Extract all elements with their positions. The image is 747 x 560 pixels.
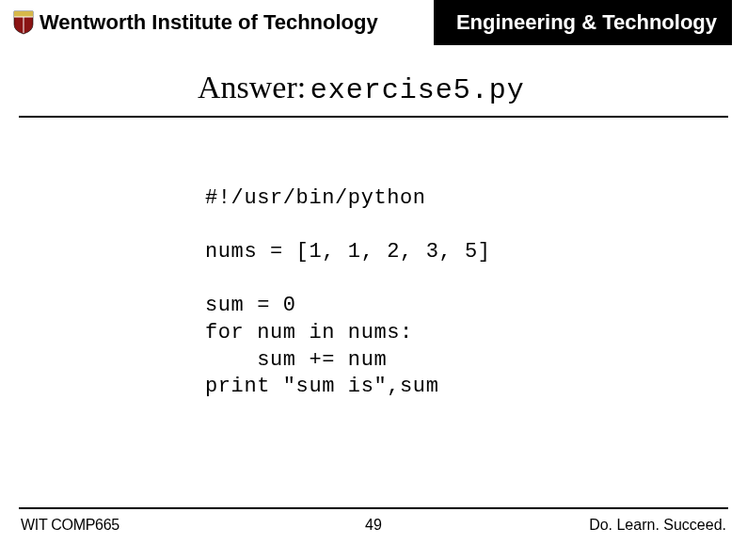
tagline: Do. Learn. Succeed. [589, 517, 726, 534]
shield-icon [13, 10, 34, 35]
institution-name: Wentworth Institute of Technology [40, 10, 378, 35]
code-listing: #!/usr/bin/python nums = [1, 1, 2, 3, 5]… [0, 185, 747, 401]
course-code: WIT COMP665 [21, 517, 119, 534]
slide-title: Answer: exercise5.py [0, 70, 747, 106]
page-number: 49 [365, 517, 382, 534]
title-divider [19, 116, 728, 118]
institution-logo-wrap: Wentworth Institute of Technology [13, 10, 378, 35]
footer-divider [19, 507, 728, 509]
footer-row: WIT COMP665 49 Do. Learn. Succeed. [0, 517, 747, 534]
title-label: Answer: [198, 70, 306, 104]
department-banner: Engineering & Technology [434, 0, 732, 45]
footer: WIT COMP665 49 Do. Learn. Succeed. [0, 507, 747, 534]
svg-rect-0 [14, 11, 33, 17]
title-filename: exercise5.py [310, 74, 525, 106]
header-bar: Wentworth Institute of Technology Engine… [0, 0, 747, 45]
